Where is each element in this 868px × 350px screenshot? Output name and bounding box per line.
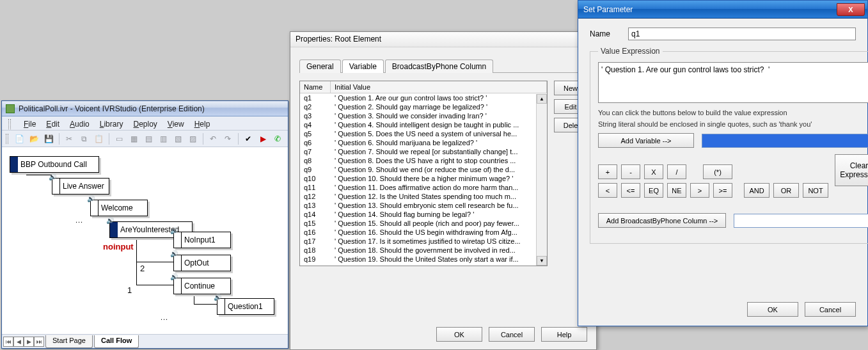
table-row[interactable]: q9' Question 9. Should we end (or reduce… — [300, 165, 547, 174]
table-row[interactable]: q12' Question 12. Is the United States s… — [300, 192, 547, 201]
table-row[interactable]: q10' Question 10. Should there be a high… — [300, 174, 547, 183]
tool3-icon[interactable]: ▤ — [143, 132, 155, 145]
tab-nav-next-icon[interactable]: ▶ — [24, 337, 34, 347]
node-root[interactable]: BBP Outbound Call — [10, 156, 99, 173]
callflow-canvas[interactable]: ... ... BBP Outbound Call 🔊 Live Answer … — [2, 147, 288, 334]
tab-general[interactable]: General — [299, 60, 341, 73]
validate-icon[interactable]: ✔ — [242, 132, 255, 145]
table-row[interactable]: q19' Question 19. Should the United Stat… — [300, 255, 547, 264]
tab-broadcast-column[interactable]: BroadcastByPhone Column — [385, 60, 493, 73]
tool1-icon[interactable]: ▭ — [113, 132, 125, 145]
node-label: Question1 — [228, 302, 263, 311]
menu-help[interactable]: Help — [194, 120, 210, 129]
undo-icon[interactable]: ↶ — [207, 132, 219, 145]
ok-button[interactable]: OK — [436, 327, 482, 342]
cancel-button[interactable]: Cancel — [489, 327, 535, 342]
col-initial-value[interactable]: Initial Value — [331, 81, 547, 93]
ok-button[interactable]: OK — [747, 302, 798, 317]
open-file-icon[interactable]: 📂 — [28, 132, 40, 145]
copy-icon[interactable]: ⧉ — [78, 132, 90, 145]
add-variable-button[interactable]: Add Variable --> — [598, 133, 694, 148]
menu-file[interactable]: File — [24, 120, 36, 129]
op-paren-button[interactable]: (*) — [703, 164, 732, 179]
tab-nav-first-icon[interactable]: ⏮ — [3, 337, 13, 347]
table-row[interactable]: q11' Question 11. Does affirmative actio… — [300, 183, 547, 192]
expression-input[interactable]: ' Question 1. Are our gun control laws t… — [598, 62, 868, 103]
clear-expression-button[interactable]: Clear Expression — [835, 154, 868, 186]
table-row[interactable]: q1' Question 1. Are our gun control laws… — [300, 93, 547, 102]
speaker-icon: 🔊 — [106, 217, 113, 223]
menu-library[interactable]: Library — [100, 120, 123, 129]
table-row[interactable]: q5' Question 5. Does the US need a syste… — [300, 129, 547, 138]
var-name-cell: q8 — [300, 156, 331, 165]
table-row[interactable]: q13' Question 13. Should embryonic stem … — [300, 201, 547, 210]
variable-list[interactable]: Name Initial Value q1' Question 1. Are o… — [299, 81, 548, 266]
main-titlebar[interactable]: PoliticalPoll.ivr - Voicent IVRStudio (E… — [2, 101, 288, 116]
table-row[interactable]: q2' Question 2. Should gay marriage be l… — [300, 102, 547, 111]
table-row[interactable]: q7' Question 7. Should we repeal [or sub… — [300, 147, 547, 156]
node-question1[interactable]: 🔊 Question1 — [217, 298, 274, 315]
var-name-cell: q7 — [300, 147, 331, 156]
paste-icon[interactable]: 📋 — [93, 132, 105, 145]
tab-nav-last-icon[interactable]: ⏭ — [34, 337, 44, 347]
node-continue[interactable]: 🔊 Continue — [173, 278, 231, 294]
op-ge-button[interactable]: >= — [713, 183, 732, 198]
op-minus-button[interactable]: - — [621, 164, 640, 179]
redo-icon[interactable]: ↷ — [222, 132, 234, 145]
table-row[interactable]: q14' Question 14. Should flag burning be… — [300, 210, 547, 219]
tab-call-flow[interactable]: Call Flow — [94, 335, 139, 348]
node-noinput1[interactable]: 🔊 NoInput1 — [173, 232, 231, 248]
variable-dropdown[interactable]: ▼ — [702, 134, 868, 148]
node-welcome[interactable]: 🔊 Welcome — [90, 200, 148, 216]
menu-deploy[interactable]: Deploy — [133, 120, 157, 129]
op-le-button[interactable]: <= — [621, 183, 640, 198]
tool2-icon[interactable]: ▦ — [128, 132, 140, 145]
op-ne-button[interactable]: NE — [667, 183, 686, 198]
cut-icon[interactable]: ✂ — [63, 132, 75, 145]
tab-variable[interactable]: Variable — [342, 60, 384, 73]
table-row[interactable]: q20' Question 20 Should stopping illegal… — [300, 264, 547, 266]
op-eq-button[interactable]: EQ — [644, 183, 663, 198]
table-row[interactable]: q3' Question 3. Should we consider invad… — [300, 111, 547, 120]
close-icon[interactable]: X — [837, 3, 865, 16]
menu-edit[interactable]: Edit — [46, 120, 59, 129]
add-column-button[interactable]: Add BroadcastByPhone Column --> — [598, 213, 726, 228]
tool5-icon[interactable]: ▧ — [172, 132, 184, 145]
op-not-button[interactable]: NOT — [803, 183, 828, 198]
cancel-button[interactable]: Cancel — [805, 302, 856, 317]
op-lt-button[interactable]: < — [598, 183, 617, 198]
param-titlebar[interactable]: Set Parameter X — [578, 1, 867, 19]
phone-icon[interactable]: ✆ — [272, 132, 284, 145]
op-or-button[interactable]: OR — [773, 183, 799, 198]
menu-view[interactable]: View — [168, 120, 184, 129]
var-name-cell: q5 — [300, 129, 331, 138]
op-div-button[interactable]: / — [667, 164, 686, 179]
node-live-answer[interactable]: 🔊 Live Answer — [52, 178, 109, 195]
table-row[interactable]: q15' Question 15. Should all people (ric… — [300, 219, 547, 228]
save-icon[interactable]: 💾 — [43, 132, 55, 145]
new-file-icon[interactable]: 📄 — [13, 132, 26, 145]
op-and-button[interactable]: AND — [744, 183, 769, 198]
col-name[interactable]: Name — [300, 81, 331, 93]
run-icon[interactable]: ▶ — [257, 132, 269, 145]
table-row[interactable]: q6' Question 6. Should marijuana be lega… — [300, 138, 547, 147]
name-input[interactable] — [628, 28, 856, 40]
op-plus-button[interactable]: + — [598, 164, 617, 179]
tab-start-page[interactable]: Start Page — [45, 335, 93, 348]
tool4-icon[interactable]: ▥ — [157, 132, 170, 145]
table-row[interactable]: q16' Question 16. Should the US begin wi… — [300, 228, 547, 237]
table-row[interactable]: q17' Question 17. Is it sometimes justif… — [300, 237, 547, 246]
scrollbar[interactable] — [536, 94, 547, 266]
table-row[interactable]: q8' Question 8. Does the US have a right… — [300, 156, 547, 165]
menu-audio[interactable]: Audio — [70, 120, 90, 129]
help-button[interactable]: Help — [541, 327, 587, 342]
tool6-icon[interactable]: ▨ — [187, 132, 199, 145]
table-row[interactable]: q4' Question 4. Should intelligent desig… — [300, 120, 547, 129]
column-dropdown[interactable]: ▼ — [734, 214, 868, 228]
app-icon — [6, 104, 15, 113]
tab-nav-prev-icon[interactable]: ◀ — [13, 337, 24, 347]
op-mul-button[interactable]: X — [644, 164, 663, 179]
node-optout[interactable]: 🔊 OptOut — [173, 255, 231, 271]
op-gt-button[interactable]: > — [690, 183, 709, 198]
table-row[interactable]: q18' Question 18. Should the government … — [300, 246, 547, 255]
